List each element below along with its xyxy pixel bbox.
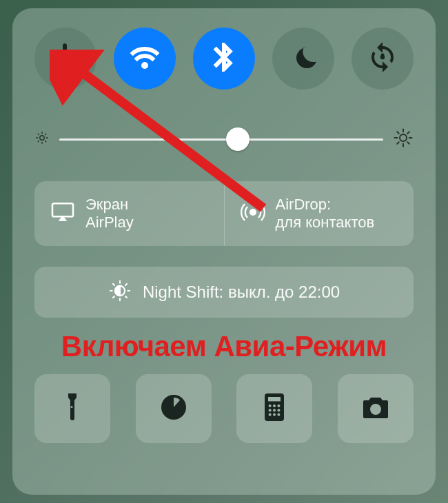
shortcut-row xyxy=(34,374,414,443)
rotation-lock-icon xyxy=(366,41,399,76)
svg-line-7 xyxy=(38,134,39,134)
timer-icon xyxy=(157,391,190,427)
airplane-mode-toggle[interactable] xyxy=(34,28,96,90)
bluetooth-icon xyxy=(207,41,241,76)
svg-line-10 xyxy=(45,134,46,134)
airdrop-label: AirDrop: для контактов xyxy=(276,196,375,232)
airplay-label: Экран AirPlay xyxy=(85,196,134,232)
calculator-icon xyxy=(258,391,291,427)
svg-line-18 xyxy=(397,142,399,144)
airplay-icon xyxy=(50,199,76,228)
brightness-slider[interactable] xyxy=(59,138,383,141)
svg-point-39 xyxy=(269,413,272,416)
brightness-slider-row xyxy=(34,127,414,151)
control-center-panel: Экран AirPlay AirDrop: для контактов Nig… xyxy=(12,8,436,495)
flashlight-button[interactable] xyxy=(34,374,110,443)
svg-point-21 xyxy=(250,209,256,215)
airplane-icon xyxy=(49,41,82,76)
svg-point-2 xyxy=(40,136,44,140)
svg-line-9 xyxy=(38,141,39,142)
connectivity-toggles xyxy=(34,28,414,90)
night-shift-label: Night Shift: выкл. до 22:00 xyxy=(143,283,340,302)
brightness-slider-thumb[interactable] xyxy=(226,127,250,151)
svg-rect-32 xyxy=(268,397,281,401)
do-not-disturb-toggle[interactable] xyxy=(272,28,334,90)
night-shift-icon xyxy=(108,279,132,305)
svg-line-28 xyxy=(125,296,127,298)
svg-line-17 xyxy=(407,142,409,144)
moon-icon xyxy=(287,41,320,76)
svg-rect-1 xyxy=(381,53,385,58)
camera-icon xyxy=(359,391,392,427)
svg-rect-20 xyxy=(52,203,73,216)
svg-point-41 xyxy=(278,413,281,416)
svg-line-29 xyxy=(113,296,114,298)
svg-point-40 xyxy=(273,413,276,416)
brightness-high-icon xyxy=(393,127,414,151)
wifi-toggle[interactable] xyxy=(114,28,176,90)
airdrop-icon xyxy=(240,199,266,228)
svg-point-38 xyxy=(278,409,281,411)
bluetooth-toggle[interactable] xyxy=(193,28,255,90)
airplay-airdrop-row: Экран AirPlay AirDrop: для контактов xyxy=(34,181,414,246)
svg-line-8 xyxy=(45,141,46,142)
airplay-button[interactable]: Экран AirPlay xyxy=(34,181,225,246)
rotation-lock-toggle[interactable] xyxy=(352,28,414,90)
wifi-icon xyxy=(128,41,161,76)
svg-point-34 xyxy=(273,404,276,407)
svg-line-27 xyxy=(113,284,114,285)
svg-point-11 xyxy=(400,134,407,141)
svg-line-30 xyxy=(125,284,127,285)
night-shift-button[interactable]: Night Shift: выкл. до 22:00 xyxy=(34,267,414,318)
svg-point-33 xyxy=(269,404,272,407)
svg-line-16 xyxy=(397,132,399,134)
svg-line-19 xyxy=(407,132,409,134)
timer-button[interactable] xyxy=(136,374,212,443)
svg-point-37 xyxy=(273,409,276,411)
airdrop-button[interactable]: AirDrop: для контактов xyxy=(225,181,414,246)
calculator-button[interactable] xyxy=(236,374,312,443)
svg-point-36 xyxy=(269,409,272,411)
camera-button[interactable] xyxy=(338,374,414,443)
flashlight-icon xyxy=(56,391,89,427)
annotation-text: Включаем Авиа-Режим xyxy=(34,330,414,363)
brightness-low-icon xyxy=(34,130,50,148)
svg-point-35 xyxy=(278,404,281,407)
